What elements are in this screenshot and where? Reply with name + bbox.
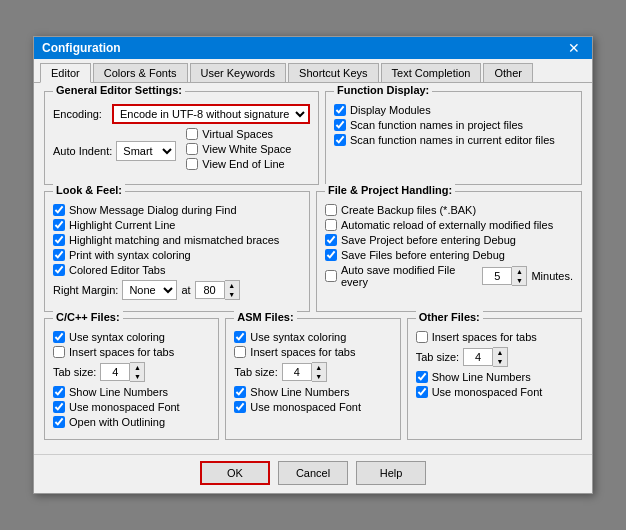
auto-save-input[interactable]: 5 [482,267,512,285]
function-display-group: Function Display: Display Modules Scan f… [325,91,582,185]
asm-tab-spin-buttons: ▲ ▼ [312,362,327,382]
view-end-of-line-label: View End of Line [202,158,284,170]
asm-use-syntax-label: Use syntax coloring [250,331,346,343]
view-end-of-line-checkbox[interactable] [186,158,198,170]
help-button[interactable]: Help [356,461,426,485]
display-modules-checkbox[interactable] [334,104,346,116]
cancel-button[interactable]: Cancel [278,461,348,485]
asm-tab-size-input[interactable]: 4 [282,363,312,381]
other-tab-up-button[interactable]: ▲ [493,348,507,357]
close-button[interactable]: ✕ [564,41,584,55]
auto-save-down-button[interactable]: ▼ [512,276,526,285]
create-backup-checkbox[interactable] [325,204,337,216]
auto-reload-row: Automatic reload of externally modified … [325,219,573,231]
asm-mono-font-checkbox[interactable] [234,401,246,413]
view-white-space-label: View White Space [202,143,291,155]
print-syntax-row: Print with syntax coloring [53,249,301,261]
ok-button[interactable]: OK [200,461,270,485]
save-files-checkbox[interactable] [325,249,337,261]
show-message-checkbox[interactable] [53,204,65,216]
file-project-title: File & Project Handling: [325,184,455,196]
tab-other[interactable]: Other [483,63,533,82]
colored-tabs-label: Colored Editor Tabs [69,264,165,276]
other-mono-font-checkbox[interactable] [416,386,428,398]
virtual-spaces-label: Virtual Spaces [202,128,273,140]
function-display-title: Function Display: [334,84,432,96]
highlight-line-label: Highlight Current Line [69,219,175,231]
cpp-use-syntax-label: Use syntax coloring [69,331,165,343]
checkboxes-col: Virtual Spaces View White Space View End… [186,128,291,173]
auto-indent-select[interactable]: Smart [116,141,176,161]
colored-tabs-checkbox[interactable] [53,264,65,276]
cpp-insert-spaces-row: Insert spaces for tabs [53,346,210,358]
view-white-space-checkbox[interactable] [186,143,198,155]
tab-keywords[interactable]: User Keywords [190,63,287,82]
scan-current-checkbox[interactable] [334,134,346,146]
scan-project-row: Scan function names in project files [334,119,573,131]
at-label: at [181,284,190,296]
cpp-mono-font-checkbox[interactable] [53,401,65,413]
auto-save-up-button[interactable]: ▲ [512,267,526,276]
asm-use-syntax-row: Use syntax coloring [234,331,391,343]
cpp-tab-down-button[interactable]: ▼ [130,372,144,381]
right-margin-row: Right Margin: None at 80 ▲ ▼ [53,280,301,300]
right-margin-spinbox: 80 ▲ ▼ [195,280,240,300]
other-insert-spaces-checkbox[interactable] [416,331,428,343]
cpp-tab-size-label: Tab size: [53,366,96,378]
asm-insert-spaces-checkbox[interactable] [234,346,246,358]
encoding-select[interactable]: Encode in UTF-8 without signature [112,104,310,124]
save-files-row: Save Files before entering Debug [325,249,573,261]
cpp-use-syntax-checkbox[interactable] [53,331,65,343]
asm-tab-size-label: Tab size: [234,366,277,378]
right-margin-up-button[interactable]: ▲ [225,281,239,290]
auto-indent-row: Auto Indent: Smart Virtual Spaces View W… [53,128,310,173]
right-margin-input[interactable]: 80 [195,281,225,299]
cpp-outlining-checkbox[interactable] [53,416,65,428]
right-margin-down-button[interactable]: ▼ [225,290,239,299]
asm-show-line-checkbox[interactable] [234,386,246,398]
cpp-tab-spin-buttons: ▲ ▼ [130,362,145,382]
asm-tab-down-button[interactable]: ▼ [312,372,326,381]
other-insert-spaces-row: Insert spaces for tabs [416,331,573,343]
title-bar: Configuration ✕ [34,37,592,59]
cpp-tab-size-row: Tab size: 4 ▲ ▼ [53,362,210,382]
asm-mono-font-label: Use monospaced Font [250,401,361,413]
display-modules-row: Display Modules [334,104,573,116]
cpp-tab-size-spinbox: 4 ▲ ▼ [100,362,145,382]
asm-tab-size-row: Tab size: 4 ▲ ▼ [234,362,391,382]
other-show-line-label: Show Line Numbers [432,371,531,383]
asm-use-syntax-checkbox[interactable] [234,331,246,343]
tab-completion[interactable]: Text Completion [381,63,482,82]
right-margin-spin-buttons: ▲ ▼ [225,280,240,300]
asm-insert-spaces-row: Insert spaces for tabs [234,346,391,358]
cpp-show-line-label: Show Line Numbers [69,386,168,398]
cpp-tab-up-button[interactable]: ▲ [130,363,144,372]
other-show-line-checkbox[interactable] [416,371,428,383]
tab-colors[interactable]: Colors & Fonts [93,63,188,82]
cpp-show-line-checkbox[interactable] [53,386,65,398]
virtual-spaces-checkbox[interactable] [186,128,198,140]
asm-tab-up-button[interactable]: ▲ [312,363,326,372]
cpp-insert-spaces-label: Insert spaces for tabs [69,346,174,358]
right-margin-select[interactable]: None [122,280,177,300]
other-tab-size-label: Tab size: [416,351,459,363]
tab-editor[interactable]: Editor [40,63,91,83]
asm-insert-spaces-label: Insert spaces for tabs [250,346,355,358]
asm-show-line-label: Show Line Numbers [250,386,349,398]
save-project-checkbox[interactable] [325,234,337,246]
asm-mono-font-row: Use monospaced Font [234,401,391,413]
auto-reload-checkbox[interactable] [325,219,337,231]
asm-files-title: ASM Files: [234,311,296,323]
asm-files-group: ASM Files: Use syntax coloring Insert sp… [225,318,400,440]
scan-project-checkbox[interactable] [334,119,346,131]
other-tab-size-input[interactable]: 4 [463,348,493,366]
tab-shortcut[interactable]: Shortcut Keys [288,63,378,82]
cpp-tab-size-input[interactable]: 4 [100,363,130,381]
auto-save-checkbox[interactable] [325,270,337,282]
highlight-line-checkbox[interactable] [53,219,65,231]
show-message-label: Show Message Dialog during Find [69,204,237,216]
print-syntax-checkbox[interactable] [53,249,65,261]
highlight-braces-checkbox[interactable] [53,234,65,246]
other-tab-down-button[interactable]: ▼ [493,357,507,366]
cpp-insert-spaces-checkbox[interactable] [53,346,65,358]
